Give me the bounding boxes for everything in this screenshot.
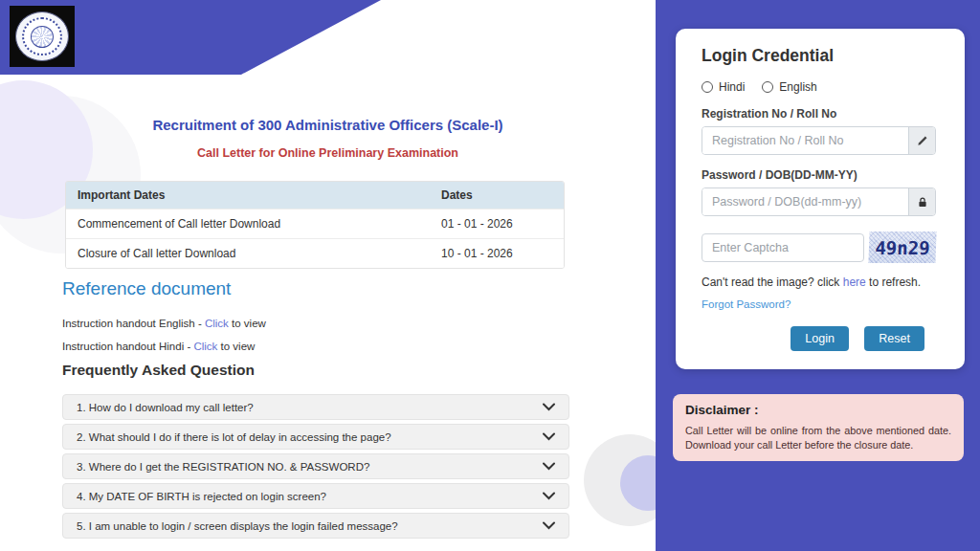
- table-row: Commencement of Call letter Download 01 …: [66, 209, 564, 238]
- reference-document-heading: Reference document: [62, 278, 231, 299]
- captcha-input[interactable]: [702, 233, 864, 262]
- faq-question: 1. How do I download my call letter?: [77, 402, 254, 413]
- instruction-handout-hindi: Instruction handout Hindi - Click to vie…: [62, 341, 255, 352]
- language-radio-hindi[interactable]: Hindi: [702, 80, 745, 94]
- page-subtitle: Call Letter for Online Preliminary Exami…: [0, 146, 656, 160]
- captcha-text: 49n29: [875, 237, 930, 258]
- faq-item-4[interactable]: 4. My DATE OF BIRTH is rejected on login…: [62, 483, 569, 509]
- faq-item-5[interactable]: 5. I am unable to login / screen display…: [62, 513, 569, 539]
- important-dates-table: Important Dates Dates Commencement of Ca…: [65, 181, 565, 269]
- registration-input[interactable]: [702, 127, 908, 154]
- faq-list: 1. How do I download my call letter? 2. …: [62, 394, 569, 542]
- chevron-down-icon: [543, 432, 555, 441]
- org-seal-ring: [22, 17, 62, 55]
- table-cell-date: 10 - 01 - 2026: [430, 247, 564, 260]
- password-input-group: [702, 187, 936, 216]
- instruction-english-click-link[interactable]: Click: [205, 318, 229, 329]
- reset-button[interactable]: Reset: [864, 326, 924, 351]
- instruction-handout-english: Instruction handout English - Click to v…: [62, 318, 266, 329]
- forgot-password-link[interactable]: Forgot Password?: [702, 298, 791, 310]
- instruction-text: to view: [217, 341, 255, 352]
- radio-label-english: English: [779, 80, 816, 94]
- login-title: Login Credential: [702, 46, 936, 66]
- radio-label-hindi: Hindi: [719, 80, 745, 94]
- captcha-image: 49n29: [868, 231, 936, 263]
- password-label: Password / DOB(DD-MM-YY): [702, 168, 936, 182]
- radio-icon[interactable]: [702, 81, 713, 93]
- registration-input-group: [702, 126, 936, 155]
- login-card: Login Credential Hindi English Registrat…: [676, 29, 965, 369]
- login-button[interactable]: Login: [791, 326, 849, 351]
- lock-icon: [908, 188, 935, 215]
- login-panel: Login Credential Hindi English Registrat…: [656, 0, 980, 551]
- instruction-text: Instruction handout English -: [62, 318, 205, 329]
- chevron-down-icon: [543, 403, 555, 411]
- instruction-text: to view: [229, 318, 266, 329]
- table-header-important-dates: Important Dates: [66, 188, 430, 202]
- org-seal-core: [31, 26, 54, 48]
- faq-question: 5. I am unable to login / screen display…: [77, 520, 398, 532]
- page-title: Recruitment of 300 Administrative Office…: [0, 117, 656, 133]
- instruction-text: Instruction handout Hindi -: [62, 341, 193, 352]
- table-cell-date: 01 - 01 - 2026: [430, 217, 564, 231]
- instruction-hindi-click-link[interactable]: Click: [193, 341, 217, 352]
- faq-question: 4. My DATE OF BIRTH is rejected on login…: [77, 491, 326, 502]
- registration-label: Registration No / Roll No: [702, 107, 936, 121]
- faq-question: 2. What should I do if there is lot of d…: [77, 431, 391, 443]
- disclaimer-text: Call Letter will be online from the abov…: [685, 424, 951, 452]
- faq-item-3[interactable]: 3. Where do I get the REGISTRATION NO. &…: [62, 453, 569, 479]
- table-cell-label: Closure of Call letter Download: [66, 247, 430, 260]
- captcha-refresh-line: Can't read the image? click here to refr…: [702, 276, 936, 289]
- button-row: Login Reset: [702, 326, 936, 351]
- captcha-row: 49n29: [702, 231, 936, 263]
- faq-heading: Frequently Asked Question: [62, 362, 255, 379]
- chevron-down-icon: [543, 521, 555, 530]
- table-header-dates: Dates: [430, 188, 564, 202]
- main-content: Recruitment of 300 Administrative Office…: [0, 75, 656, 551]
- refresh-text: to refresh.: [866, 276, 921, 289]
- refresh-text: Can't read the image? click: [702, 276, 843, 289]
- table-header-row: Important Dates Dates: [66, 182, 564, 209]
- org-seal-icon: [15, 11, 69, 61]
- faq-item-2[interactable]: 2. What should I do if there is lot of d…: [62, 424, 569, 450]
- pencil-icon: [908, 127, 935, 154]
- radio-icon[interactable]: [762, 81, 773, 93]
- language-selector: Hindi English: [702, 80, 936, 94]
- faq-question: 3. Where do I get the REGISTRATION NO. &…: [77, 461, 369, 473]
- faq-item-1[interactable]: 1. How do I download my call letter?: [62, 394, 569, 420]
- password-input[interactable]: [702, 188, 908, 215]
- chevron-down-icon: [543, 492, 555, 500]
- chevron-down-icon: [543, 462, 555, 471]
- disclaimer-heading: Disclaimer :: [685, 403, 951, 417]
- language-radio-english[interactable]: English: [762, 80, 816, 94]
- table-cell-label: Commencement of Call letter Download: [66, 217, 430, 231]
- org-logo: [10, 6, 75, 67]
- disclaimer-box: Disclaimer : Call Letter will be online …: [673, 394, 964, 461]
- table-row: Closure of Call letter Download 10 - 01 …: [66, 238, 564, 268]
- refresh-captcha-link[interactable]: here: [843, 276, 866, 289]
